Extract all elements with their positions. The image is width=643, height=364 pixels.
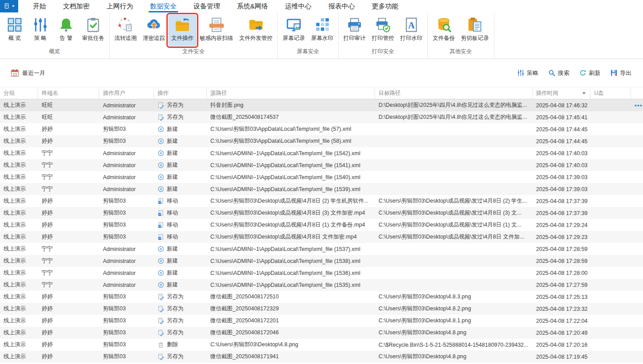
ribbon-button-trace-cycle[interactable]: 流转追溯 <box>111 15 140 46</box>
menu-tab-more-features[interactable]: 更多功能 <box>363 0 407 12</box>
ribbon-button-clipboard-record[interactable]: 剪切板记录 <box>458 15 492 46</box>
table-row[interactable]: 线上演示婷婷剪辑部03另存为微信截图_20250408171941C:\User… <box>0 351 643 363</box>
table-row[interactable]: 线上演示婷婷剪辑部03新建C:\Users\剪辑部03\AppData\Loca… <box>0 135 643 147</box>
ribbon-button-screen-record[interactable]: 屏幕记录 <box>280 15 308 46</box>
cell-user: Administrator <box>99 279 154 291</box>
row-actions-button[interactable]: ••• <box>635 102 643 109</box>
col-header-time[interactable]: 操作时间 <box>533 87 591 99</box>
table-row[interactable]: 线上演示婷婷剪辑部03删除C:\Users\剪辑部03\Desktop\4.8.… <box>0 339 643 351</box>
ribbon-button-print-audit[interactable]: 打印审计 <box>340 15 369 46</box>
table-row[interactable]: 线上演示宁宁Administrator新建C:\Users\ADMINI~1\A… <box>0 171 643 183</box>
ribbon-button-print-watermark[interactable]: A打印水印 <box>397 15 426 46</box>
cell-target-path: C:\Users\剪辑部03\Desktop\4.8.png <box>375 351 533 363</box>
table-row[interactable]: 线上演示宁宁Administrator新建C:\Users\ADMINI~1\A… <box>0 183 643 195</box>
ribbon-button-folder-send[interactable]: 文件外发管控 <box>236 15 276 46</box>
table-row[interactable]: 线上演示婷婷剪辑部03另存为微信截图_20250408172329C:\User… <box>0 303 643 315</box>
table-row[interactable]: 线上演示婷婷剪辑部03移动C:\Users\剪辑部03\Desktop\成品视频… <box>0 207 643 219</box>
col-header-terminal[interactable]: 终端名 <box>38 87 99 99</box>
menu-tab-report-center[interactable]: 报表中心 <box>320 0 363 12</box>
table-row[interactable]: 线上演示婷婷剪辑部03另存为微信截图_20250408172046C:\User… <box>0 327 643 339</box>
screen-watermark-icon <box>314 17 330 33</box>
calendar-icon: 23 <box>11 69 19 77</box>
move-icon <box>158 210 164 216</box>
ribbon-button-leak-cloud[interactable]: 泄密追踪 <box>140 15 168 46</box>
cell-actions <box>631 291 643 303</box>
table-row[interactable]: 线上演示婷婷剪辑部03移动C:\Users\剪辑部03\Desktop\成品视频… <box>0 231 643 243</box>
col-header-group[interactable]: 分组 <box>0 87 38 99</box>
menu-tab-device-mgmt[interactable]: 设备管理 <box>185 0 229 12</box>
cell-terminal: 婷婷 <box>38 303 99 315</box>
table-row[interactable]: 线上演示婷婷剪辑部03移动C:\Users\剪辑部03\Desktop\成品视频… <box>0 195 643 207</box>
cell-usb <box>591 99 631 111</box>
col-header-target-path[interactable]: 目标路径 <box>375 87 533 99</box>
table-header: 分组终端名操作用户操作源路径目标路径操作时间U盘 <box>0 87 643 99</box>
cell-source-path: C:\Users\ADMINI~1\AppData\Local\Temp\xml… <box>207 267 375 279</box>
menu-tab-internet-behavior[interactable]: 上网行为 <box>98 0 142 12</box>
table-row[interactable]: 线上演示宁宁Administrator新建C:\Users\ADMINI~1\A… <box>0 267 643 279</box>
table-row[interactable]: 线上演示宁宁Administrator新建C:\Users\ADMINI~1\A… <box>0 147 643 159</box>
col-header-usb[interactable]: U盘 <box>591 87 631 99</box>
leak-cloud-icon <box>146 17 162 33</box>
cell-usb <box>591 123 631 135</box>
menu-tab-doc-encrypt[interactable]: 文档加密 <box>55 0 98 12</box>
ribbon-button-label: 策 略 <box>34 35 47 42</box>
cell-time: 2025-04-08 17:40:03 <box>533 159 591 171</box>
refresh-button[interactable]: 刷新 <box>579 69 600 77</box>
cell-target-path <box>375 147 533 159</box>
date-range-filter[interactable]: 23 最近一月 <box>11 69 45 77</box>
policy-button[interactable]: 策略 <box>517 69 538 77</box>
ribbon-button-bell[interactable]: 告 警 <box>53 15 79 46</box>
ribbon-button-sliders[interactable]: 策 略 <box>28 15 53 46</box>
cell-group: 线上演示 <box>0 219 38 231</box>
cell-time: 2025-04-08 17:28:00 <box>533 267 591 279</box>
ribbon-button-file-backup[interactable]: 文件备份 <box>430 15 458 46</box>
table-row[interactable]: 线上演示婷婷剪辑部03另存为微信截图_20250408172510C:\User… <box>0 291 643 303</box>
col-header-source-path[interactable]: 源路径 <box>207 87 375 99</box>
table-row[interactable]: 线上演示旺旺Administrator另存为微信截图_2025040817453… <box>0 111 643 123</box>
cell-target-path: C:\Users\剪辑部03\Desktop\4.8.png <box>375 327 533 339</box>
cell-operation: 另存为 <box>154 303 207 315</box>
cell-source-path: C:\Users\ADMINI~1\AppData\Local\Temp\xml… <box>207 147 375 159</box>
table-row[interactable]: 线上演示宁宁Administrator新建C:\Users\ADMINI~1\A… <box>0 243 643 255</box>
search-button[interactable]: 搜索 <box>548 69 569 77</box>
table-row[interactable]: 线上演示旺旺Administrator另存为抖音封面.pngD:\Desktop… <box>0 99 643 111</box>
cell-user: 剪辑部03 <box>99 327 154 339</box>
export-button[interactable]: 导出 <box>610 69 631 77</box>
new-icon <box>158 186 164 192</box>
sort-desc-icon[interactable] <box>582 92 586 94</box>
cell-time: 2025-04-08 17:25:13 <box>533 291 591 303</box>
table-row[interactable]: 线上演示婷婷剪辑部03另存为微信截图_20250408172201C:\User… <box>0 315 643 327</box>
ribbon-button-folder-ops[interactable]: 文件操作 <box>168 15 197 46</box>
ribbon-button-clipboard-check[interactable]: 审批任务 <box>79 15 107 46</box>
ribbon-button-print-control[interactable]: 打印管控 <box>369 15 397 46</box>
table-row[interactable]: 线上演示宁宁Administrator新建C:\Users\ADMINI~1\A… <box>0 159 643 171</box>
cell-group: 线上演示 <box>0 123 38 135</box>
col-header-operation[interactable]: 操作 <box>154 87 207 99</box>
cell-time: 2025-04-08 17:20:16 <box>533 339 591 351</box>
table-row[interactable]: 线上演示婷婷剪辑部03移动C:\Users\剪辑部03\Desktop\成品视频… <box>0 219 643 231</box>
table-row[interactable]: 线上演示宁宁Administrator新建C:\Users\ADMINI~1\A… <box>0 255 643 267</box>
menu-tab-data-security[interactable]: 数据安全 <box>142 0 185 12</box>
ribbon-button-label: 敏感内容扫描 <box>200 35 233 42</box>
cell-source-path: C:\Users\剪辑部03\Desktop\成品视频\4月8日 (3) 文件加… <box>207 207 375 219</box>
col-header-actions[interactable] <box>631 87 643 99</box>
menu-tab-system-network[interactable]: 系统&网络 <box>229 0 276 12</box>
ribbon-group: 文件备份剪切板记录其他安全 <box>428 12 494 59</box>
cell-user: Administrator <box>99 159 154 171</box>
cell-source-path: 微信截图_20250408174537 <box>207 111 375 123</box>
ribbon-button-screen-watermark[interactable]: 屏幕水印 <box>308 15 336 46</box>
cell-group: 线上演示 <box>0 99 38 111</box>
ribbon-button-doc-scan[interactable]: 敏感内容扫描 <box>197 15 236 46</box>
table-row[interactable]: 线上演示宁宁Administrator新建C:\Users\ADMINI~1\A… <box>0 279 643 291</box>
table-row[interactable]: 线上演示婷婷剪辑部03新建C:\Users\剪辑部03\AppData\Loca… <box>0 123 643 135</box>
menu-tab-ops-center[interactable]: 运维中心 <box>276 0 320 12</box>
clipboard-check-icon <box>85 17 101 33</box>
cell-user: Administrator <box>99 171 154 183</box>
ribbon-button-grid[interactable]: 概 览 <box>2 15 28 46</box>
col-header-user[interactable]: 操作用户 <box>99 87 154 99</box>
app-menu-button[interactable] <box>0 0 18 12</box>
cell-terminal: 宁宁 <box>38 183 99 195</box>
cell-usb <box>591 207 631 219</box>
operation-label: 移动 <box>167 233 178 241</box>
menu-tab-start[interactable]: 开始 <box>24 0 55 12</box>
